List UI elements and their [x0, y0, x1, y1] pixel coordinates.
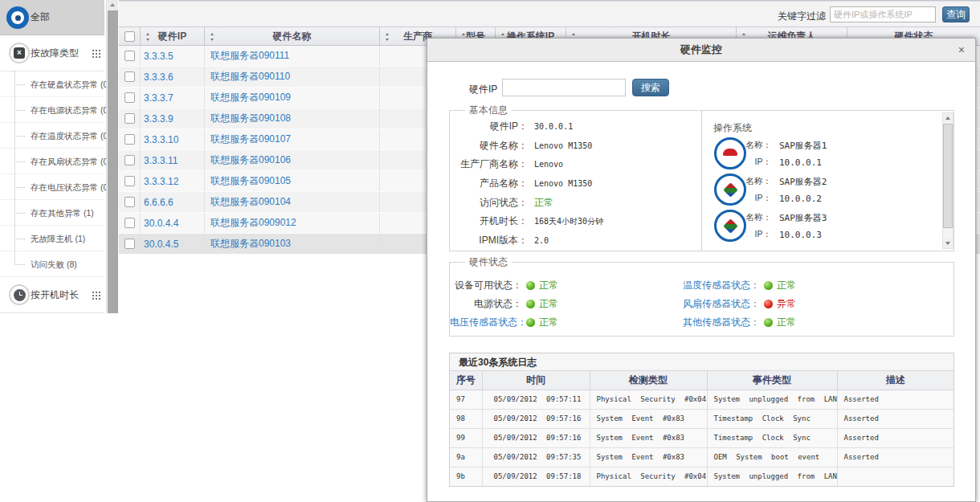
- hardware-name-link[interactable]: 联想服务器090108: [210, 112, 291, 125]
- sort-icon[interactable]: [146, 33, 150, 41]
- tree-item-label: 存在风扇状态异常 (0): [31, 149, 111, 174]
- log-cell: Asserted: [837, 409, 953, 428]
- log-cell: 05/09/2012 09:57:16: [482, 409, 590, 428]
- dialog-close-icon[interactable]: ×: [958, 39, 965, 61]
- basic-field-value: Lenovo: [534, 160, 563, 169]
- hardware-name-link[interactable]: 联想服务器090104: [210, 195, 291, 209]
- os-list: 名称：SAP服务器1IP：10.0.0.1名称：SAP服务器2IP：10.0.0…: [702, 136, 941, 244]
- log-cell: 99: [450, 428, 482, 447]
- log-cell: Timestamp Clock Sync: [707, 409, 837, 428]
- sidebar-scrollbar-thumb[interactable]: [108, 10, 118, 313]
- sidebar-item-fault-4[interactable]: 存在电压状态异常 (0): [0, 174, 104, 200]
- hardware-name-link[interactable]: 联想服务器0909012: [210, 216, 296, 230]
- hardware-ip-link[interactable]: 3.3.3.12: [144, 176, 178, 187]
- log-cell: Asserted: [837, 428, 953, 447]
- row-checkbox[interactable]: [125, 218, 135, 228]
- row-checkbox[interactable]: [125, 71, 135, 82]
- select-all-checkbox[interactable]: [125, 31, 135, 42]
- row-ip-cell: 3.3.3.9: [141, 108, 205, 129]
- row-checkbox[interactable]: [125, 113, 135, 124]
- status-ok-dot: [526, 318, 535, 327]
- hardware-ip-link[interactable]: 30.0.4.5: [144, 239, 178, 250]
- status-label[interactable]: 其他传感器状态：: [639, 316, 760, 329]
- modal-search-button[interactable]: 搜索: [632, 79, 669, 96]
- status-label[interactable]: 风扇传感器状态：: [639, 297, 760, 311]
- sidebar-item-fault-7[interactable]: 访问失败 (8): [0, 251, 104, 277]
- log-cell: System Event #0x83: [590, 409, 707, 428]
- query-button[interactable]: 查询: [942, 6, 970, 22]
- tree-item-label: 存在其他异常 (1): [31, 200, 94, 226]
- sidebar-item-fault-6[interactable]: 无故障主机 (1): [0, 226, 104, 251]
- os-scrollbar-down-icon[interactable]: [943, 239, 953, 248]
- modal-search-label: 硬件IP: [469, 83, 497, 96]
- hardware-name-link[interactable]: 联想服务器090103: [210, 237, 291, 251]
- log-row: 9a05/09/2012 09:57:35System Event #0x83O…: [450, 447, 953, 467]
- sidebar-group-uptime[interactable]: 按开机时长: [0, 277, 104, 313]
- log-row: 9905/09/2012 09:57:16System Event #0x83T…: [450, 428, 953, 447]
- hardware-ip-link[interactable]: 3.3.3.6: [144, 71, 174, 83]
- os-panel-title: 操作系统: [713, 121, 752, 135]
- log-cell: [837, 467, 953, 486]
- tree-item-label: 存在电源状态异常 (0): [31, 97, 111, 123]
- modal-hardware-ip-input[interactable]: [502, 79, 626, 96]
- keyword-filter-input[interactable]: [830, 6, 936, 22]
- hardware-ip-link[interactable]: 6.6.6.6: [144, 197, 174, 208]
- row-ip-cell: 3.3.3.10: [141, 129, 205, 149]
- row-checkbox[interactable]: [125, 92, 135, 103]
- sort-icon[interactable]: [210, 33, 214, 41]
- basic-field-value: Lenovo M1350: [534, 179, 592, 188]
- basic-field: 硬件名称：Lenovo M1350: [450, 137, 699, 156]
- sidebar-item-fault-2[interactable]: 存在温度状态异常 (0): [0, 123, 104, 149]
- row-checkbox[interactable]: [125, 197, 135, 207]
- sidebar: 全部 × 按故障类型 存在硬盘状态异常 (0)存在电源状态异常 (0)存在温度状…: [0, 0, 104, 313]
- hardware-name-link[interactable]: 联想服务器090111: [210, 49, 289, 63]
- row-ip-cell: 3.3.3.7: [141, 88, 205, 108]
- table-header-1[interactable]: 硬件名称: [205, 27, 380, 45]
- row-checkbox[interactable]: [125, 239, 135, 249]
- sidebar-scrollbar[interactable]: [106, 0, 117, 313]
- row-checkbox[interactable]: [125, 51, 135, 61]
- hardware-ip-link[interactable]: 3.3.3.9: [144, 113, 174, 124]
- sidebar-item-fault-3[interactable]: 存在风扇状态异常 (0): [0, 149, 104, 174]
- hardware-name-link[interactable]: 联想服务器090106: [210, 153, 291, 167]
- hardware-name-link[interactable]: 联想服务器090110: [210, 70, 290, 84]
- hardware-ip-link[interactable]: 3.3.3.7: [144, 92, 174, 104]
- sort-icon[interactable]: [386, 33, 390, 41]
- hardware-ip-link[interactable]: 3.3.3.5: [144, 51, 174, 62]
- hardware-name-link[interactable]: 联想服务器090109: [210, 91, 291, 104]
- sidebar-item-fault-5[interactable]: 存在其他异常 (1): [0, 200, 104, 226]
- row-checkbox[interactable]: [125, 176, 135, 186]
- status-label[interactable]: 电压传感器状态：: [450, 316, 522, 329]
- scrollbar-up-icon[interactable]: [108, 0, 118, 10]
- log-column-2: 检测类型: [590, 371, 707, 390]
- row-checkbox-cell: [119, 234, 141, 254]
- fault-group-label: 按故障类型: [31, 35, 79, 71]
- sidebar-item-fault-0[interactable]: 存在硬盘状态异常 (0): [0, 71, 104, 97]
- sidebar-item-all[interactable]: 全部: [0, 0, 104, 35]
- hardware-ip-link[interactable]: 3.3.3.10: [144, 134, 178, 145]
- hardware-name-link[interactable]: 联想服务器090107: [210, 133, 291, 146]
- dialog-header: 硬件监控 ×: [427, 39, 975, 62]
- log-cell: System unplugged from LAN: [707, 467, 837, 486]
- basic-field-label: 硬件名称：: [450, 139, 528, 153]
- sidebar-item-fault-1[interactable]: 存在电源状态异常 (0): [0, 97, 104, 123]
- os-panel-scrollbar[interactable]: [942, 112, 953, 249]
- os-ip-label: IP：: [702, 193, 771, 204]
- status-row: 电压传感器状态：正常其他传感器状态：正常: [450, 313, 953, 332]
- status-label[interactable]: 温度传感器状态：: [639, 279, 760, 292]
- status-item: 其他传感器状态：正常: [639, 316, 796, 329]
- hardware-ip-link[interactable]: 30.0.4.4: [144, 218, 178, 229]
- row-checkbox[interactable]: [125, 155, 135, 165]
- hardware-name-link[interactable]: 联想服务器090105: [210, 174, 291, 188]
- basic-field: IPMI版本：2.0: [450, 231, 699, 251]
- fault-group-menu-icon[interactable]: [92, 50, 101, 59]
- uptime-group-menu-icon[interactable]: [92, 292, 101, 300]
- row-checkbox[interactable]: [125, 134, 135, 145]
- hardware-ip-link[interactable]: 3.3.3.11: [144, 155, 178, 166]
- os-scrollbar-up-icon[interactable]: [943, 113, 953, 123]
- os-scrollbar-thumb[interactable]: [943, 124, 953, 228]
- sidebar-group-fault-type[interactable]: × 按故障类型: [0, 35, 104, 71]
- log-header-row: 序号时间检测类型事件类型描述: [450, 371, 953, 390]
- table-header-0[interactable]: 硬件IP: [141, 27, 205, 45]
- log-cell: 9b: [450, 467, 482, 486]
